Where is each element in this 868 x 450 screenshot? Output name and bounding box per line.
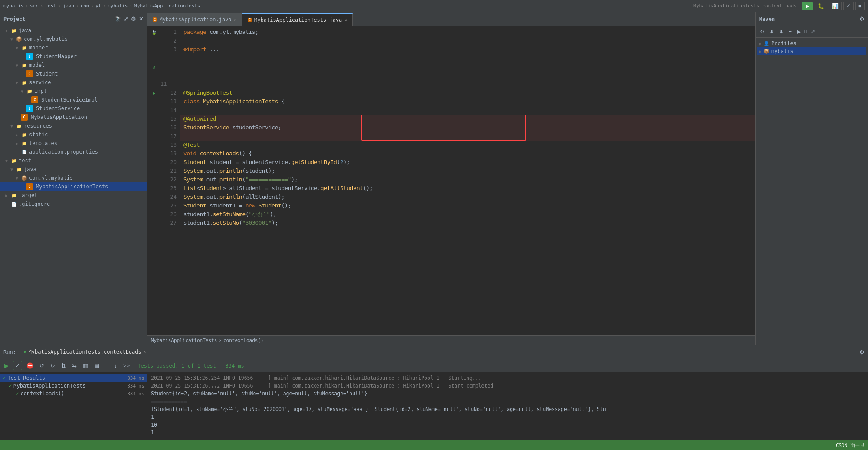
run-down-button[interactable]: ↓ (113, 361, 119, 370)
run-stop-button[interactable]: ⛔ (25, 361, 35, 370)
tree-arrow-java: ▼ (5, 28, 10, 33)
run-tab-bar: Run: ▶ MybatisApplicationTests.contextLo… (0, 345, 868, 359)
props-icon: 📄 (21, 148, 28, 155)
sidebar-tree: ▼ 📁 java ▼ 📦 com.yl.mybatis ▼ 📁 mapper (0, 26, 147, 345)
tree-item-resources[interactable]: ▼ 📁 resources (0, 122, 147, 130)
code-editor[interactable]: package com.yl.mybatis; ⊕import ... @Spr… (180, 26, 755, 335)
debug-button[interactable]: 🐛 (815, 2, 827, 10)
tree-label-studentservice: StudentService (36, 105, 80, 112)
code-line-13: class MybatisApplicationTests { (180, 97, 755, 106)
test-mybatistests-time: 834 ms (127, 383, 144, 389)
tab-mybatisapplication[interactable]: C MybatisApplication.java × (147, 13, 242, 26)
tab-label-2: MybatisApplicationTests.java (254, 17, 342, 23)
run-tab-close[interactable]: × (143, 349, 146, 355)
maven-item-profiles[interactable]: ▶ 👤 Profiles (757, 39, 866, 47)
run-check-button[interactable]: ✓ (13, 361, 22, 370)
tree-label-mybatisapp: MybatisApplication (31, 114, 87, 120)
tree-item-test[interactable]: ▼ 📁 test (0, 156, 147, 165)
maven-settings-button[interactable]: ⚙ (859, 16, 865, 22)
code-line-27: student1.setStuNo("3030001"); (180, 219, 755, 227)
maven-run-button[interactable]: ▶ (795, 28, 802, 36)
tree-item-com-yl-mybatis-test[interactable]: ▼ 📦 com.yl.mybatis (0, 174, 147, 182)
run-settings-button[interactable]: ⚙ (859, 349, 865, 355)
folder-static-icon: 📁 (21, 131, 28, 138)
maven-expand-button[interactable]: ⤢ (809, 28, 817, 36)
tree-item-gitignore[interactable]: ▶ 📄 .gitignore (0, 200, 147, 208)
folder-impl-icon: 📁 (26, 88, 33, 95)
maven-add-button[interactable]: + (787, 28, 793, 36)
tree-item-templates[interactable]: ▶ 📁 templates (0, 139, 147, 148)
interface-studentservice-icon: I (26, 105, 33, 112)
console-output: 2021-09-25 15:31:26.254 INFO 19656 --- [… (147, 372, 868, 440)
editor-area: C MybatisApplication.java × C MybatisApp… (147, 12, 755, 345)
run-rerun-button[interactable]: ↺ (38, 361, 46, 370)
tree-item-impl[interactable]: ▼ 📁 impl (0, 87, 147, 95)
run-expand-button[interactable]: >> (121, 361, 131, 370)
tree-item-student[interactable]: ▶ C Student (0, 69, 147, 78)
test-item-results[interactable]: ✓ Test Results 834 ms (0, 374, 147, 382)
profile-button[interactable]: 📊 (829, 2, 842, 10)
sidebar-scope-button[interactable]: 🔭 (114, 16, 121, 22)
sidebar-settings-button[interactable]: ⚙ (131, 16, 136, 22)
run-filter-button[interactable]: ▥ (81, 361, 90, 370)
code-line-25: Student student1 = new Student(); (180, 201, 755, 210)
run-sort-button[interactable]: ⇅ (59, 361, 68, 370)
tree-label-java: java (19, 27, 31, 33)
tab-mybatisapplicationtests[interactable]: C MybatisApplicationTests.java × (242, 13, 353, 26)
run-tab-active[interactable]: ▶ MybatisApplicationTests.contextLoads × (20, 346, 151, 358)
tree-item-studentservice[interactable]: ▶ I StudentService (0, 104, 147, 113)
tree-item-mybatisapp[interactable]: ▶ C MybatisApplication (0, 113, 147, 122)
console-line-3: Student{id=2, stuName='null', stuNo='nul… (151, 390, 865, 397)
tree-item-appprops[interactable]: ▶ 📄 application.properties (0, 148, 147, 156)
run-tab-config-label: MybatisApplicationTests.contextLoads (29, 349, 141, 355)
maven-download-button[interactable]: ⬇ (768, 28, 776, 36)
class-studentserviceimpl-icon: C (31, 96, 38, 103)
profiles-icon: 👤 (763, 41, 770, 46)
tree-item-static[interactable]: ▶ 📁 static (0, 130, 147, 139)
status-bar: CSDN 面一只 (0, 440, 868, 450)
ln-16: 16 (160, 123, 177, 132)
tab-close-2[interactable]: × (344, 18, 347, 23)
run-up-button[interactable]: ↑ (104, 361, 110, 370)
tree-item-java[interactable]: ▼ 📁 java (0, 26, 147, 35)
gutter-leaf-12: 🍃 (147, 28, 160, 36)
run-rerun-failed-button[interactable]: ↻ (49, 361, 57, 370)
tree-item-service[interactable]: ▼ 📁 service (0, 78, 147, 87)
gutter-empty-18 (147, 80, 160, 89)
breadcrumb-class: MybatisApplicationTests (151, 338, 217, 343)
stop-button[interactable]: ■ (855, 2, 865, 10)
run-play-button[interactable]: ▶ (3, 361, 10, 370)
ln-1: 1 (160, 28, 177, 36)
ln-23: 23 (160, 184, 177, 193)
tree-label-studentmapper: StudentMapper (36, 53, 77, 59)
run-sort2-button[interactable]: ⇆ (70, 361, 79, 370)
tree-label-com-yl-mybatis: com.yl.mybatis (24, 36, 68, 42)
tree-item-mapper[interactable]: ▼ 📁 mapper (0, 43, 147, 52)
tab-close-1[interactable]: × (234, 17, 237, 22)
run-button[interactable]: ▶ (802, 2, 813, 10)
tree-item-mybatistests[interactable]: ▶ C MybatisApplicationTests (0, 182, 147, 191)
sidebar-title: Project (3, 16, 26, 22)
tab-label-1: MybatisApplication.java (159, 16, 231, 23)
tree-item-model[interactable]: ▼ 📁 model (0, 61, 147, 69)
gutter-empty-13 (147, 36, 160, 45)
test-item-contextloads[interactable]: ✓ contextLoads() 834 ms (0, 390, 147, 397)
test-item-mybatistests[interactable]: ✓ MybatisApplicationTests 834 ms (0, 382, 147, 390)
tree-item-com-yl-mybatis[interactable]: ▼ 📦 com.yl.mybatis (0, 35, 147, 43)
sidebar-collapse-all-button[interactable]: ⤢ (124, 16, 128, 22)
tree-item-studentmapper[interactable]: ▶ I StudentMapper (0, 52, 147, 61)
test-contextloads-time: 834 ms (127, 391, 144, 397)
tree-item-studentserviceimpl[interactable]: ▶ C StudentServiceImpl (0, 95, 147, 104)
coverage-button[interactable]: ✓ (843, 2, 854, 10)
run-filter2-button[interactable]: ▤ (92, 361, 101, 370)
sidebar-close-button[interactable]: ✕ (139, 16, 144, 22)
code-line-22: System.out.println("============"); (180, 175, 755, 184)
maven-profiles-label: Profiles (771, 40, 796, 46)
tree-item-target[interactable]: ▶ 📁 target (0, 191, 147, 200)
maven-download-sources-button[interactable]: ⬇ (777, 28, 785, 36)
interface-studentmapper-icon: I (26, 53, 33, 60)
tree-label-studentserviceimpl: StudentServiceImpl (41, 97, 98, 103)
maven-item-mybatis[interactable]: ▶ 📦 mybatis (757, 47, 866, 55)
tree-item-java-test[interactable]: ▼ 📁 java (0, 165, 147, 174)
maven-refresh-button[interactable]: ↻ (758, 28, 766, 36)
